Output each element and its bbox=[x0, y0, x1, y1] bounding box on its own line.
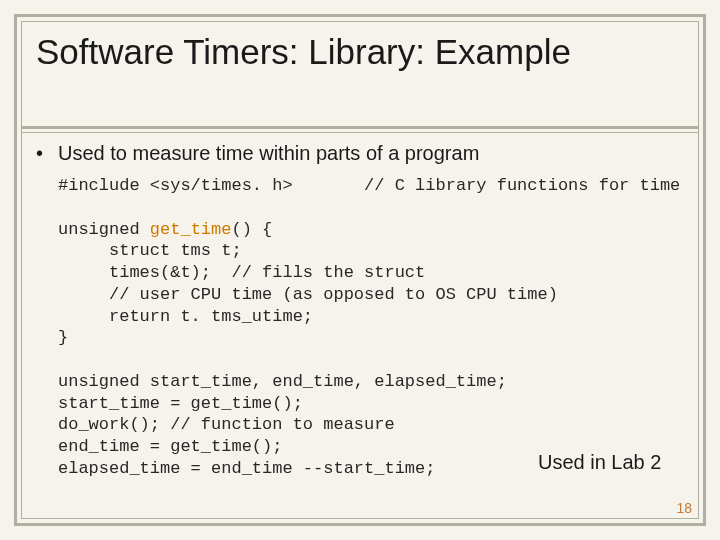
rule-thin bbox=[22, 132, 698, 133]
rule-thick bbox=[22, 126, 698, 129]
code-line-1a: #include <sys/times. h> bbox=[58, 176, 293, 195]
code-line-9: start_time = get_time(); bbox=[58, 394, 303, 413]
title-rule bbox=[22, 126, 698, 133]
code-block: #include <sys/times. h> // C library fun… bbox=[58, 175, 684, 480]
code-line-2a: unsigned bbox=[58, 220, 150, 239]
code-line-8: unsigned start_time, end_time, elapsed_t… bbox=[58, 372, 507, 391]
code-line-10: do_work(); // function to measure bbox=[58, 415, 395, 434]
slide: Software Timers: Library: Example • Used… bbox=[0, 0, 720, 540]
code-line-6: return t. tms_utime; bbox=[58, 307, 313, 326]
bullet-item: • Used to measure time within parts of a… bbox=[36, 142, 684, 165]
code-line-2b: () { bbox=[231, 220, 272, 239]
code-line-4: times(&t); // fills the struct bbox=[58, 263, 425, 282]
code-line-3: struct tms t; bbox=[58, 241, 242, 260]
slide-title: Software Timers: Library: Example bbox=[36, 32, 684, 72]
code-line-5: // user CPU time (as opposed to OS CPU t… bbox=[58, 285, 558, 304]
page-number: 18 bbox=[676, 500, 692, 516]
inner-frame: Software Timers: Library: Example • Used… bbox=[21, 21, 699, 519]
bullet-dot: • bbox=[36, 142, 58, 165]
lab-note: Used in Lab 2 bbox=[538, 450, 668, 474]
slide-body: • Used to measure time within parts of a… bbox=[36, 142, 684, 480]
outer-frame: Software Timers: Library: Example • Used… bbox=[14, 14, 706, 526]
code-line-12: elapsed_time = end_time --start_time; bbox=[58, 459, 435, 478]
code-line-11: end_time = get_time(); bbox=[58, 437, 282, 456]
code-line-7: } bbox=[58, 328, 68, 347]
code-line-1b: // C library functions for time bbox=[364, 176, 680, 195]
code-fn-name: get_time bbox=[150, 220, 232, 239]
bullet-text: Used to measure time within parts of a p… bbox=[58, 142, 479, 165]
